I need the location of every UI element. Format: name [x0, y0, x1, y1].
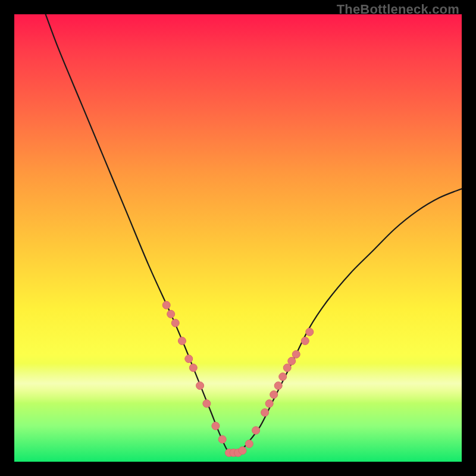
curve-marker [239, 447, 246, 455]
curve-marker [261, 409, 269, 416]
bottleneck-curve [46, 14, 462, 455]
curve-marker [252, 427, 260, 434]
curve-marker [189, 364, 197, 372]
curve-marker [185, 355, 193, 363]
curve-marker [162, 301, 170, 309]
curve-marker [245, 440, 253, 447]
watermark-text: TheBottleneck.com [337, 2, 459, 17]
curve-marker [196, 382, 204, 390]
curve-marker [274, 382, 282, 390]
curve-marker [270, 391, 278, 399]
curve-marker [306, 328, 314, 336]
curve-marker [203, 400, 211, 408]
curve-marker [178, 337, 186, 345]
curve-marker [279, 373, 287, 381]
curve-marker [288, 357, 296, 365]
chart-svg [14, 14, 462, 462]
curve-marker [265, 400, 273, 408]
curve-marker [167, 310, 175, 318]
curve-marker [218, 436, 226, 443]
curve-marker [301, 337, 309, 345]
chart-plot-area [14, 14, 462, 462]
curve-markers [162, 301, 314, 456]
curve-line [46, 14, 462, 455]
curve-marker [292, 350, 300, 358]
curve-marker [212, 422, 220, 430]
curve-marker [283, 364, 291, 372]
curve-marker [171, 319, 179, 327]
